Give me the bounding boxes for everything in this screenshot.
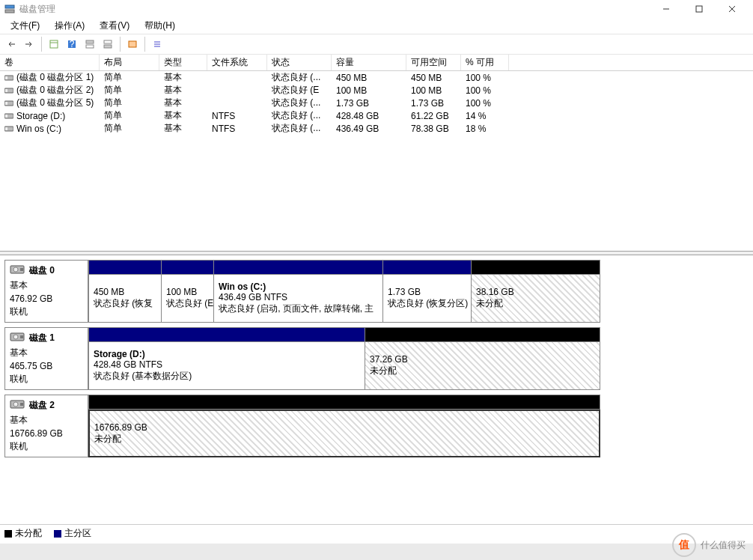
- col-free[interactable]: 可用空间: [406, 55, 461, 70]
- disk-status: 联机: [10, 305, 83, 318]
- volume-row[interactable]: (磁盘 0 磁盘分区 2)简单基本状态良好 (E100 MB100 MB100 …: [0, 84, 753, 97]
- minimize-button[interactable]: [650, 0, 683, 18]
- drive-icon: [4, 74, 13, 82]
- settings-icon[interactable]: [46, 36, 62, 52]
- partition-cell[interactable]: 450 MB状态良好 (恢复: [88, 275, 162, 323]
- toolbar: ?: [0, 34, 753, 55]
- watermark-badge: 值: [672, 533, 696, 557]
- menu-help[interactable]: 帮助(H): [137, 18, 183, 34]
- view-bottom-icon[interactable]: [100, 36, 116, 52]
- volume-name: (磁盘 0 磁盘分区 2): [16, 84, 94, 97]
- menu-view[interactable]: 查看(V): [92, 18, 137, 34]
- toolbar-separator: [120, 37, 121, 52]
- col-type[interactable]: 类型: [159, 55, 207, 70]
- disk-row: 磁盘 0基本476.92 GB联机450 MB状态良好 (恢复100 MB状态良…: [4, 260, 749, 323]
- volume-type: 基本: [159, 71, 207, 84]
- col-volume[interactable]: 卷: [0, 55, 100, 70]
- partition-cell[interactable]: 1.73 GB状态良好 (恢复分区): [383, 275, 472, 323]
- disk-label: 磁盘 1: [29, 332, 55, 344]
- menu-action[interactable]: 操作(A): [47, 18, 92, 34]
- svg-rect-19: [5, 76, 7, 79]
- volume-status: 状态良好 (...: [267, 122, 332, 135]
- partition-size: 450 MB: [94, 287, 156, 297]
- volume-list[interactable]: (磁盘 0 磁盘分区 1)简单基本状态良好 (...450 MB450 MB10…: [0, 71, 753, 251]
- partition-status: 状态良好 (启动, 页面文件, 故障转储, 主: [219, 302, 378, 315]
- disk-row: 磁盘 2基本16766.89 GB联机16766.89 GB未分配: [4, 395, 749, 457]
- col-capacity[interactable]: 容量: [332, 55, 406, 70]
- disk-info-panel[interactable]: 磁盘 2基本16766.89 GB联机: [4, 395, 88, 457]
- svg-rect-33: [20, 335, 23, 338]
- col-layout[interactable]: 布局: [100, 55, 159, 70]
- partition-status: 状态良好 (恢复: [94, 297, 156, 310]
- col-status[interactable]: 状态: [267, 55, 332, 70]
- disk-info-panel[interactable]: 磁盘 1基本465.75 GB联机: [4, 327, 88, 390]
- disk-graphical-view: 磁盘 0基本476.92 GB联机450 MB状态良好 (恢复100 MB状态良…: [0, 260, 753, 457]
- partition-cell[interactable]: 16766.89 GB未分配: [88, 410, 600, 457]
- svg-rect-12: [104, 40, 112, 43]
- partition-color-bar: [162, 260, 214, 275]
- help-icon[interactable]: ?: [64, 36, 80, 52]
- col-filesystem[interactable]: 文件系统: [207, 55, 267, 70]
- window-title: 磁盘管理: [19, 3, 650, 16]
- partition-size: 1.73 GB: [388, 287, 466, 297]
- volume-capacity: 450 MB: [332, 73, 406, 83]
- volume-row[interactable]: (磁盘 0 磁盘分区 5)简单基本状态良好 (...1.73 GB1.73 GB…: [0, 97, 753, 109]
- action-icon[interactable]: [124, 36, 141, 52]
- watermark: 值 什么值得买: [672, 533, 746, 557]
- menu-file[interactable]: 文件(F): [3, 18, 47, 34]
- partition-status: 未分配: [94, 433, 594, 445]
- volume-type: 基本: [159, 84, 207, 97]
- disk-status: 联机: [10, 373, 83, 386]
- partition-status: 状态良好 (恢复分区): [388, 297, 466, 310]
- hdd-icon: [10, 331, 25, 345]
- volume-percent: 100 %: [461, 98, 509, 109]
- pane-splitter[interactable]: [0, 251, 753, 255]
- volume-row[interactable]: Win os (C:)简单基本NTFS状态良好 (...436.49 GB78.…: [0, 122, 753, 135]
- drive-icon: [4, 100, 13, 107]
- drive-icon: [4, 87, 13, 94]
- partition-status: 未分配: [476, 297, 595, 310]
- disk-status: 联机: [10, 440, 83, 453]
- col-percent[interactable]: % 可用: [461, 55, 509, 70]
- volume-free: 100 MB: [406, 85, 461, 96]
- maximize-button[interactable]: [683, 0, 716, 18]
- disk-info-panel[interactable]: 磁盘 0基本476.92 GB联机: [4, 260, 88, 323]
- volume-percent: 100 %: [461, 73, 509, 83]
- volume-status: 状态良好 (...: [267, 97, 332, 109]
- volume-row[interactable]: Storage (D:)简单基本NTFS状态良好 (...428.48 GB61…: [0, 109, 753, 122]
- partition-cell[interactable]: Win os (C:)436.49 GB NTFS状态良好 (启动, 页面文件,…: [214, 275, 383, 323]
- svg-rect-21: [5, 89, 7, 92]
- legend-unalloc: 未分配: [4, 527, 42, 540]
- partition-cell[interactable]: Storage (D:)428.48 GB NTFS状态良好 (基本数据分区): [88, 342, 365, 390]
- svg-rect-6: [50, 40, 58, 48]
- partition-cell[interactable]: 38.16 GB未分配: [472, 275, 600, 323]
- partition-size: 37.26 GB: [370, 354, 595, 365]
- list-icon[interactable]: [149, 36, 165, 52]
- partition-cell[interactable]: 37.26 GB未分配: [365, 342, 600, 390]
- volume-percent: 18 %: [461, 124, 509, 134]
- svg-rect-23: [5, 102, 7, 105]
- view-top-icon[interactable]: [82, 36, 98, 52]
- window-controls: [650, 0, 749, 18]
- volume-layout: 简单: [100, 71, 159, 84]
- svg-rect-10: [86, 40, 94, 43]
- volume-status: 状态良好 (E: [267, 84, 332, 97]
- close-button[interactable]: [716, 0, 749, 18]
- partition-color-bar: [88, 327, 365, 342]
- forward-button[interactable]: [21, 36, 37, 52]
- svg-point-35: [13, 402, 18, 407]
- svg-rect-11: [86, 45, 94, 48]
- disk-type: 基本: [10, 414, 83, 427]
- disk-type: 基本: [10, 347, 83, 359]
- svg-rect-27: [5, 127, 7, 130]
- volume-layout: 简单: [100, 109, 159, 122]
- volume-type: 基本: [159, 97, 207, 109]
- back-button[interactable]: [3, 36, 19, 52]
- partition-cell[interactable]: 100 MB状态良好 (E: [162, 275, 214, 323]
- volume-free: 450 MB: [406, 73, 461, 83]
- volume-row[interactable]: (磁盘 0 磁盘分区 1)简单基本状态良好 (...450 MB450 MB10…: [0, 71, 753, 84]
- volume-layout: 简单: [100, 122, 159, 135]
- svg-point-29: [13, 267, 18, 272]
- partition-size: 100 MB: [166, 287, 209, 297]
- watermark-text: 什么值得买: [701, 539, 746, 552]
